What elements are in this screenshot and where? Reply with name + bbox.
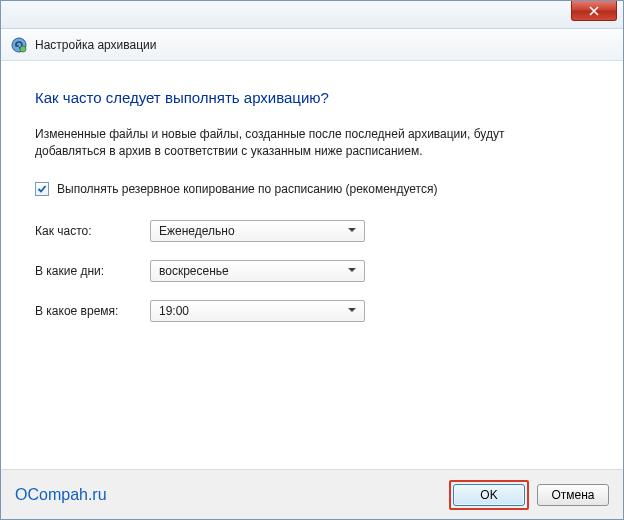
chevron-down-icon — [344, 308, 360, 313]
titlebar — [1, 1, 623, 29]
content-area: Как часто следует выполнять архивацию? И… — [1, 61, 623, 469]
close-button[interactable] — [571, 1, 617, 21]
frequency-value: Еженедельно — [159, 224, 235, 238]
description-text: Измененные файлы и новые файлы, созданны… — [35, 126, 575, 160]
day-value: воскресенье — [159, 264, 229, 278]
schedule-checkbox[interactable] — [35, 182, 49, 196]
ok-button[interactable]: OK — [453, 484, 525, 506]
backup-icon — [11, 37, 27, 53]
frequency-row: Как часто: Еженедельно — [35, 220, 589, 242]
footer: OCompah.ru OK Отмена — [1, 469, 623, 519]
ok-highlight: OK — [449, 480, 529, 510]
day-row: В какие дни: воскресенье — [35, 260, 589, 282]
header: Настройка архивации — [1, 29, 623, 61]
svg-point-1 — [20, 46, 26, 52]
cancel-button[interactable]: Отмена — [537, 484, 609, 506]
dialog-window: Настройка архивации Как часто следует вы… — [0, 0, 624, 520]
time-dropdown[interactable]: 19:00 — [150, 300, 365, 322]
chevron-down-icon — [344, 228, 360, 233]
checkmark-icon — [37, 184, 47, 194]
watermark: OCompah.ru — [15, 486, 107, 504]
frequency-label: Как часто: — [35, 224, 150, 238]
window-title: Настройка архивации — [35, 38, 157, 52]
day-label: В какие дни: — [35, 264, 150, 278]
frequency-dropdown[interactable]: Еженедельно — [150, 220, 365, 242]
chevron-down-icon — [344, 268, 360, 273]
footer-buttons: OK Отмена — [449, 480, 609, 510]
day-dropdown[interactable]: воскресенье — [150, 260, 365, 282]
page-heading: Как часто следует выполнять архивацию? — [35, 89, 589, 106]
schedule-checkbox-label: Выполнять резервное копирование по распи… — [57, 182, 437, 196]
schedule-checkbox-row: Выполнять резервное копирование по распи… — [35, 182, 589, 196]
time-value: 19:00 — [159, 304, 189, 318]
close-icon — [589, 6, 599, 16]
time-row: В какое время: 19:00 — [35, 300, 589, 322]
time-label: В какое время: — [35, 304, 150, 318]
